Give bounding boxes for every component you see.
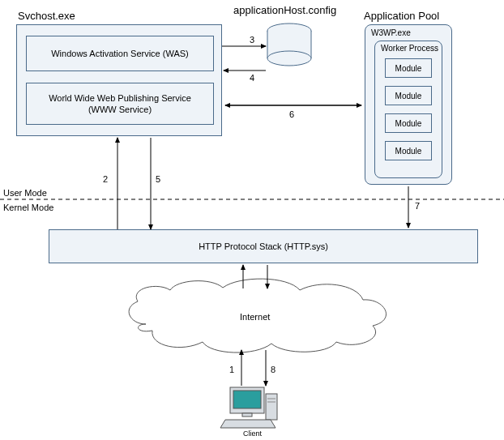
svg-point-4 [267,51,311,66]
client-label: Client [243,429,262,438]
svg-point-0 [267,23,311,38]
step-8: 8 [271,365,275,374]
was-box: Windows Activation Service (WAS) [26,36,214,71]
module-box: Module [385,86,432,105]
svg-rect-8 [266,394,277,420]
www-service-box: World Wide Web Publishing Service (WWW S… [26,83,214,125]
step-7: 7 [415,201,420,211]
internet-label: Internet [240,312,270,322]
svg-rect-1 [267,31,311,58]
kernelmode-label: Kernel Mode [3,203,53,212]
step-4: 4 [250,73,254,83]
svg-rect-6 [233,391,261,408]
step-2: 2 [103,174,108,184]
svchost-title: Svchost.exe [18,10,75,22]
svg-rect-5 [230,387,264,413]
step-5: 5 [156,174,160,184]
apphostconfig-title: applicationHost.config [233,4,336,16]
w3wp-label: W3WP.exe [371,28,411,37]
module-box: Module [385,113,432,133]
step-1: 1 [229,365,234,374]
step-3: 3 [250,35,254,45]
apppool-title: Application Pool [364,10,439,22]
module-box: Module [385,58,432,78]
step-6: 6 [289,109,294,119]
usermode-label: User Mode [3,188,47,198]
httpsys-box: HTTP Protocol Stack (HTTP.sys) [49,229,478,263]
module-box: Module [385,141,432,160]
svg-rect-7 [242,413,252,417]
workerprocess-label: Worker Process [381,44,438,53]
